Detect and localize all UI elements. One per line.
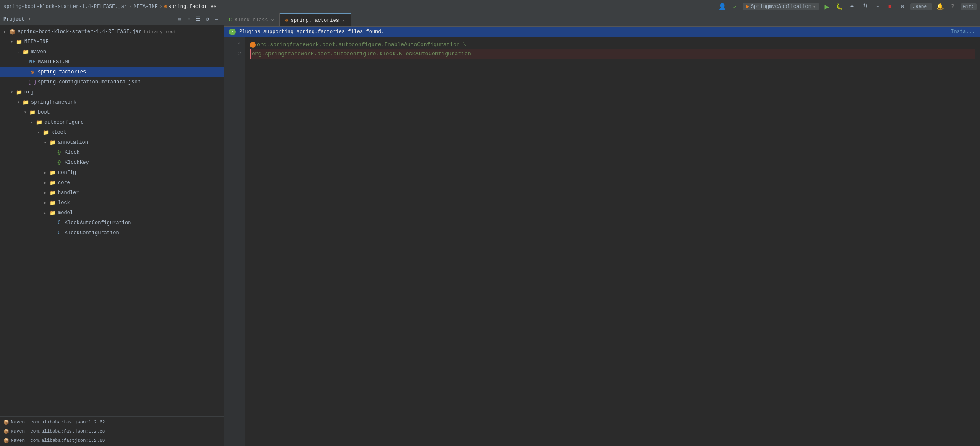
tree-item-config[interactable]: ▸ 📁 config (0, 168, 224, 178)
sf-tab-close[interactable]: ✕ (341, 17, 346, 24)
klock-class-label: Klock (65, 150, 80, 156)
editor-area: C Klock.class ✕ ⚙ spring.factories ✕ ✓ P… (224, 13, 980, 446)
coverage-button[interactable]: ☂ (847, 2, 857, 11)
filter-icon[interactable]: ☰ (194, 16, 202, 23)
git-badge[interactable]: Git: (961, 3, 977, 10)
tree-item-springframework[interactable]: ▾ 📁 springframework (0, 97, 224, 107)
tree-item-manifest[interactable]: MF MANIFEST.MF (0, 57, 224, 67)
sf-icon: ⚙ (29, 69, 36, 75)
klock-folder-label: klock (51, 130, 66, 135)
maven-item-1[interactable]: 📦 Maven: com.alibaba:fastjson:1.2.68 (2, 427, 222, 436)
tab-bar: C Klock.class ✕ ⚙ spring.factories ✕ (224, 13, 980, 27)
sidebar-header: Project ▾ ⊞ ≡ ☰ ⚙ — (0, 13, 224, 25)
maven-jar-icon-1: 📦 (3, 429, 9, 434)
code-line-2: org.springframework.boot.autoconfigure.k… (250, 49, 975, 59)
config-label: config (58, 170, 76, 176)
tree-item-model[interactable]: ▸ 📁 model (0, 208, 224, 218)
tab-klock-class[interactable]: C Klock.class ✕ (224, 13, 280, 26)
maven-item-0[interactable]: 📦 Maven: com.alibaba:fastjson:1.2.62 (2, 417, 222, 427)
lock-folder-icon: 📁 (49, 200, 56, 206)
run-config-arrow: ▾ (813, 4, 816, 9)
code-line-1: org.springframework.boot.autoconfigure.E… (250, 40, 975, 49)
gear-icon[interactable]: ⚙ (203, 16, 211, 23)
run-config-selector[interactable]: ▶ SpringmvcApplication ▾ (743, 3, 819, 10)
tree-item-org[interactable]: ▾ 📁 org (0, 87, 224, 97)
tree-item-spring-config-meta[interactable]: { } spring-configuration-metadata.json (0, 77, 224, 87)
springframework-folder-icon: 📁 (22, 99, 29, 106)
toggle-meta-inf: ▾ (8, 39, 15, 45)
profile-button[interactable]: ⏱ (860, 2, 869, 11)
lock-label: lock (58, 200, 70, 206)
toggle-config: ▸ (42, 169, 49, 176)
tree-item-klock-autoconfig[interactable]: C KlockAutoConfiguration (0, 218, 224, 228)
tree-item-autoconfigure[interactable]: ▾ 📁 autoconfigure (0, 117, 224, 127)
sf-tab-icon: ⚙ (285, 17, 288, 23)
annotation-folder-icon: 📁 (49, 139, 56, 146)
toggle-sf (22, 69, 29, 75)
person-icon[interactable]: 👤 (718, 2, 727, 11)
maven-label: maven (31, 49, 46, 55)
klock-config-toggle (49, 230, 55, 236)
autoconfigure-label: autoconfigure (44, 119, 84, 125)
tree-item-klock-config[interactable]: C KlockConfiguration (0, 228, 224, 238)
code-content[interactable]: org.springframework.boot.autoconfigure.E… (245, 37, 980, 446)
toggle-jar: ▸ (2, 29, 8, 35)
tree-item-klock-folder[interactable]: ▾ 📁 klock (0, 127, 224, 137)
tree-item-lock[interactable]: ▸ 📁 lock (0, 198, 224, 208)
tree-item-annotation[interactable]: ▾ 📁 annotation (0, 137, 224, 148)
notifications-icon[interactable]: 🔔 (936, 2, 945, 11)
tree-item-maven[interactable]: ▸ 📁 maven (0, 47, 224, 57)
toggle-klock: ▾ (35, 129, 42, 136)
jrebel-badge[interactable]: JRebel (910, 3, 932, 10)
tree-item-boot[interactable]: ▾ 📁 boot (0, 107, 224, 117)
core-folder-icon: 📁 (49, 179, 56, 186)
run-button[interactable]: ▶ (822, 2, 831, 11)
maven-item-2[interactable]: 📦 Maven: com.alibaba:fastjson:1.2.69 (2, 436, 222, 445)
path-sf-label[interactable]: spring.factories (168, 4, 216, 10)
top-bar-actions: 👤 ↙ ▶ SpringmvcApplication ▾ ▶ 🐛 ☂ ⏱ ⋯ ■… (718, 2, 977, 11)
klock-config-label: KlockConfiguration (65, 230, 119, 236)
collapse-all-icon[interactable]: ⊞ (176, 16, 183, 23)
stop-button[interactable]: ■ (885, 2, 894, 11)
line-numbers: 1 2 (224, 37, 245, 446)
tree-item-handler[interactable]: ▸ 📁 handler (0, 188, 224, 198)
install-button[interactable]: Insta... (951, 29, 975, 35)
tree-item-klockkey-class[interactable]: @ KlockKey (0, 158, 224, 168)
help-icon[interactable]: ? (948, 2, 957, 11)
tree-item-jar-root[interactable]: ▸ 📦 spring-boot-klock-starter-1.4-RELEAS… (0, 27, 224, 37)
main-layout: Project ▾ ⊞ ≡ ☰ ⚙ — ▸ 📦 spring-boot-kloc… (0, 13, 980, 446)
path-meta-inf-label[interactable]: META-INF (133, 4, 158, 10)
path-jar-label[interactable]: spring-boot-klock-starter-1.4-RELEASE.ja… (3, 4, 127, 10)
klock-tab-close[interactable]: ✕ (270, 17, 274, 23)
tree-item-core[interactable]: ▸ 📁 core (0, 178, 224, 188)
more-run-icon[interactable]: ⋯ (873, 2, 882, 11)
sidebar-dropdown-icon[interactable]: ▾ (28, 16, 31, 22)
scm-label: spring-configuration-metadata.json (38, 79, 141, 85)
sf-tab-label: spring.factories (291, 18, 339, 23)
expand-icon[interactable]: ≡ (185, 16, 193, 23)
autoconfigure-folder-icon: 📁 (35, 119, 43, 126)
notification-icon: ✓ (229, 29, 236, 35)
handler-folder-icon: 📁 (49, 189, 56, 196)
sidebar-header-actions: ⊞ ≡ ☰ ⚙ — (176, 16, 220, 23)
manifest-label: MANIFEST.MF (38, 59, 71, 65)
minimize-icon[interactable]: — (213, 16, 220, 23)
tree-item-meta-inf[interactable]: ▾ 📁 META-INF (0, 37, 224, 47)
tab-spring-factories[interactable]: ⚙ spring.factories ✕ (280, 13, 351, 26)
klockkey-icon: @ (55, 159, 63, 166)
jar-label: spring-boot-klock-starter-1.4-RELEASE.ja… (18, 29, 141, 35)
vcs-update-icon[interactable]: ↙ (730, 2, 740, 11)
lib-root-label: library root (143, 29, 176, 34)
manifest-icon: MF (29, 59, 36, 65)
tree-item-spring-factories[interactable]: ⚙ spring.factories (0, 67, 224, 77)
maven-label-1: Maven: com.alibaba:fastjson:1.2.68 (11, 429, 105, 434)
toggle-handler: ▸ (42, 189, 49, 196)
tree-item-klock-class[interactable]: @ Klock (0, 148, 224, 158)
maven-label-0: Maven: com.alibaba:fastjson:1.2.62 (11, 420, 105, 425)
run-config-label: SpringmvcApplication (751, 4, 811, 10)
klock-autoconfig-toggle (49, 220, 55, 226)
code-editor: 1 2 org.springframework.boot.autoconfigu… (224, 37, 980, 446)
settings-icon[interactable]: ⚙ (898, 2, 907, 11)
toggle-manifest (22, 59, 29, 65)
debug-button[interactable]: 🐛 (835, 2, 844, 11)
